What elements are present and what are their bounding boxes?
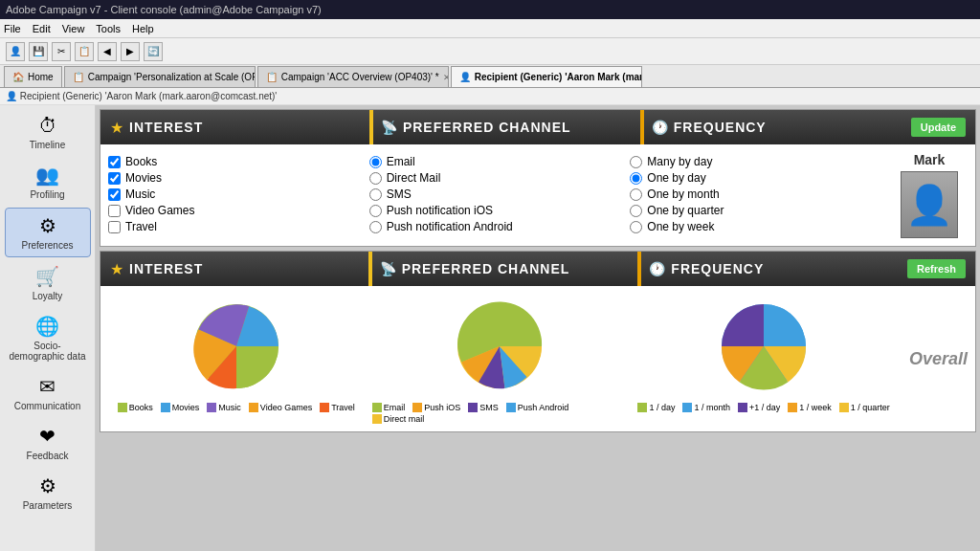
freq-one-month: One by month bbox=[630, 187, 881, 201]
overall-channel-header: 📡 PREFERRED CHANNEL bbox=[372, 261, 638, 276]
legend-1day: 1 / day bbox=[637, 403, 675, 412]
interest-title: INTEREST bbox=[129, 120, 203, 135]
interest-movies-label: Movies bbox=[125, 171, 162, 185]
overall-channel-title: PREFERRED CHANNEL bbox=[402, 261, 570, 276]
interest-column: Books Movies Music Video Games bbox=[108, 152, 360, 238]
loyalty-icon: 🛒 bbox=[35, 265, 59, 288]
channel-directmail-label: Direct Mail bbox=[387, 171, 441, 185]
legend-1month: 1 / month bbox=[682, 403, 730, 412]
toolbar-cut-icon[interactable]: ✂ bbox=[52, 42, 71, 61]
legend-1day-label: 1 / day bbox=[649, 403, 675, 412]
interest-books-label: Books bbox=[125, 155, 157, 168]
channel-directmail-radio[interactable] bbox=[369, 172, 382, 185]
channel-sms: SMS bbox=[369, 187, 621, 201]
sidebar-label-loyalty: Loyalty bbox=[33, 291, 63, 301]
toolbar-user-icon[interactable]: 👤 bbox=[6, 42, 25, 61]
interest-music-checkbox[interactable] bbox=[108, 188, 121, 201]
freq-one-quarter-radio[interactable] bbox=[630, 205, 642, 217]
legend-push-android-label: Push Android bbox=[518, 403, 569, 412]
legend-email: Email bbox=[372, 403, 406, 412]
toolbar-forward-icon[interactable]: ▶ bbox=[121, 42, 140, 61]
menu-view[interactable]: View bbox=[62, 23, 85, 34]
socio-icon: 🌐 bbox=[35, 315, 59, 338]
legend-direct-mail-label: Direct mail bbox=[384, 414, 425, 424]
update-button[interactable]: Update bbox=[911, 118, 966, 137]
tab-recipient[interactable]: 👤 Recipient (Generic) 'Aaron Mark (mark.… bbox=[451, 66, 642, 87]
main-layout: ⏱ Timeline 👥 Profiling ⚙ Preferences 🛒 L… bbox=[0, 105, 980, 551]
channel-directmail: Direct Mail bbox=[369, 171, 621, 185]
breadcrumb-icon: 👤 bbox=[6, 91, 17, 101]
tab-campaign1[interactable]: 📋 Campaign 'Personalization at Scale (OP… bbox=[64, 66, 256, 87]
tab-campaign2[interactable]: 📋 Campaign 'ACC Overview (OP403)' * ✕ bbox=[257, 66, 449, 87]
overall-interest-star: ★ bbox=[110, 260, 123, 278]
recipient-tab-icon: 👤 bbox=[459, 72, 471, 82]
sidebar-item-preferences[interactable]: ⚙ Preferences bbox=[5, 208, 91, 257]
freq-one-week-radio[interactable] bbox=[630, 221, 642, 233]
interest-books-checkbox[interactable] bbox=[108, 156, 121, 168]
frequency-chart-legend: 1 / day 1 / month +1 / day 1 / week bbox=[637, 403, 889, 412]
channel-sms-label: SMS bbox=[387, 187, 412, 201]
interest-videogames-checkbox[interactable] bbox=[108, 205, 121, 217]
menu-help[interactable]: Help bbox=[132, 23, 154, 34]
sidebar-item-socio[interactable]: 🌐 Socio-demographic data bbox=[5, 309, 91, 367]
sidebar-item-feedback[interactable]: ❤ Feedback bbox=[5, 419, 91, 467]
menu-file[interactable]: File bbox=[4, 23, 21, 34]
freq-one-day-radio[interactable] bbox=[630, 172, 642, 185]
interest-travel-checkbox[interactable] bbox=[108, 221, 121, 233]
channel-email-label: Email bbox=[387, 155, 415, 168]
channel-push-ios-radio[interactable] bbox=[369, 205, 382, 217]
channel-push-ios: Push notification iOS bbox=[369, 204, 621, 217]
interest-books: Books bbox=[108, 155, 360, 168]
frequency-pie-chart bbox=[711, 294, 816, 399]
overall-interest-title: INTEREST bbox=[129, 261, 203, 276]
breadcrumb-text: Recipient (Generic) 'Aaron Mark (mark.aa… bbox=[20, 91, 278, 101]
toolbar-refresh-icon[interactable]: 🔄 bbox=[144, 42, 163, 61]
freq-one-month-radio[interactable] bbox=[630, 188, 642, 201]
toolbar-copy-icon[interactable]: 📋 bbox=[75, 42, 94, 61]
legend-1quarter-dot bbox=[839, 403, 849, 412]
channel-header-icon: 📡 bbox=[381, 120, 397, 135]
legend-videogames-dot bbox=[249, 403, 258, 412]
tab-home[interactable]: 🏠 Home bbox=[4, 66, 62, 87]
legend-movies: Movies bbox=[161, 403, 200, 412]
legend-1quarter: 1 / quarter bbox=[839, 403, 890, 412]
avatar-name: Mark bbox=[914, 152, 946, 167]
overall-channel-icon: 📡 bbox=[380, 261, 396, 276]
overall-freq-icon: 🕐 bbox=[649, 261, 665, 276]
legend-1day-dot bbox=[637, 403, 647, 412]
breadcrumb: 👤 Recipient (Generic) 'Aaron Mark (mark.… bbox=[0, 88, 980, 105]
interest-movies-checkbox[interactable] bbox=[108, 172, 121, 185]
legend-music: Music bbox=[207, 403, 241, 412]
sidebar-item-communication[interactable]: ✉ Communication bbox=[5, 369, 91, 417]
channel-email-radio[interactable] bbox=[369, 156, 382, 168]
channel-column: Email Direct Mail SMS Push notification … bbox=[369, 152, 621, 238]
menu-tools[interactable]: Tools bbox=[96, 23, 121, 34]
interest-chart-legend: Books Movies Music Video Games bbox=[118, 403, 355, 412]
legend-movies-dot bbox=[161, 403, 170, 412]
channel-sms-radio[interactable] bbox=[369, 188, 382, 201]
menu-edit[interactable]: Edit bbox=[33, 23, 51, 34]
sidebar-item-profiling[interactable]: 👥 Profiling bbox=[5, 158, 91, 206]
freq-many-day-radio[interactable] bbox=[630, 156, 642, 168]
sidebar-item-timeline[interactable]: ⏱ Timeline bbox=[5, 109, 91, 156]
legend-plus1day: +1 / day bbox=[738, 403, 780, 412]
legend-1month-label: 1 / month bbox=[694, 403, 730, 412]
sidebar-item-loyalty[interactable]: 🛒 Loyalty bbox=[5, 259, 91, 307]
legend-1week-dot bbox=[788, 403, 797, 412]
sidebar-item-parameters[interactable]: ⚙ Parameters bbox=[5, 469, 91, 517]
tab-campaign2-close[interactable]: ✕ bbox=[443, 73, 449, 82]
channel-chart-area: Email Push iOS SMS Push Android bbox=[372, 294, 629, 424]
legend-email-label: Email bbox=[384, 403, 406, 412]
toolbar-back-icon[interactable]: ◀ bbox=[98, 42, 117, 61]
frequency-column: Many by day One by day One by month One … bbox=[630, 152, 881, 238]
legend-music-label: Music bbox=[218, 403, 241, 412]
refresh-button[interactable]: Refresh bbox=[907, 259, 966, 278]
toolbar-save-icon[interactable]: 💾 bbox=[29, 42, 48, 61]
tab-campaign1-label: Campaign 'Personalization at Scale (OP40… bbox=[88, 72, 256, 82]
sidebar: ⏱ Timeline 👥 Profiling ⚙ Preferences 🛒 L… bbox=[0, 105, 96, 551]
legend-movies-label: Movies bbox=[172, 403, 200, 412]
campaign2-icon: 📋 bbox=[266, 72, 278, 82]
interest-videogames: Video Games bbox=[108, 204, 360, 217]
content-area: ★ INTEREST 📡 PREFERRED CHANNEL 🕐 FREQUEN… bbox=[96, 105, 980, 551]
channel-push-android-radio[interactable] bbox=[369, 221, 382, 233]
